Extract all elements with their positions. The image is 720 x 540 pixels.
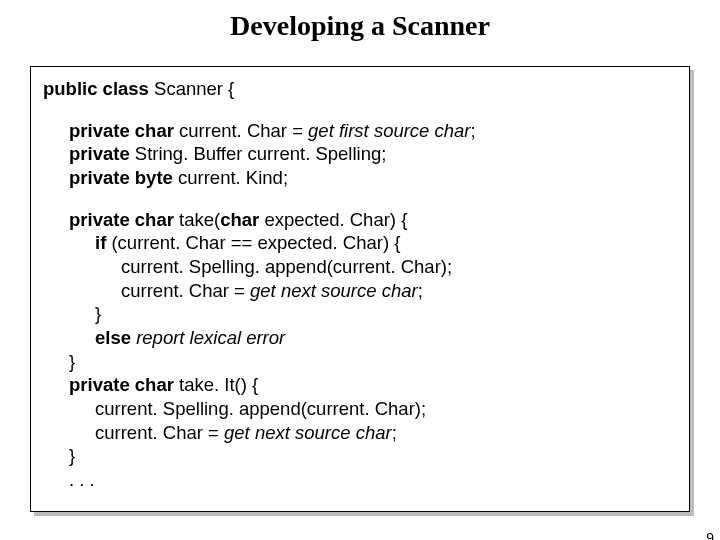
code-text: String. Buffer current. Spelling; (130, 143, 387, 164)
italic-text: get next source char (250, 280, 418, 301)
code-line-14: current. Char = get next source char; (43, 421, 677, 445)
code-text: take. It() { (174, 374, 258, 395)
keyword: else (95, 327, 131, 348)
italic-text: get next source char (224, 422, 392, 443)
code-line-13: current. Spelling. append(current. Char)… (43, 397, 677, 421)
keyword: if (95, 232, 106, 253)
code-text: (current. Char == expected. Char) { (106, 232, 400, 253)
code-line-4: private byte current. Kind; (43, 166, 677, 190)
keyword: private (69, 143, 130, 164)
code-line-10: else report lexical error (43, 326, 677, 350)
code-line-2: private char current. Char = get first s… (43, 119, 677, 143)
code-text: Scanner { (149, 78, 234, 99)
code-text: current. Char = (121, 280, 250, 301)
code-text: ; (471, 120, 476, 141)
code-text: ; (418, 280, 423, 301)
code-text: current. Kind; (173, 167, 288, 188)
code-text: take( (174, 209, 220, 230)
code-text: expected. Char) { (259, 209, 407, 230)
slide: Developing a Scanner public class Scanne… (0, 10, 720, 540)
blank-line (43, 190, 677, 208)
keyword: private char (69, 120, 174, 141)
code-line-7: current. Spelling. append(current. Char)… (43, 255, 677, 279)
keyword: private byte (69, 167, 173, 188)
code-line-15: } (43, 444, 677, 468)
code-text: current. Char = (174, 120, 308, 141)
keyword: private char (69, 209, 174, 230)
code-line-16: . . . (43, 468, 677, 492)
keyword: public class (43, 78, 149, 99)
code-text: current. Char = (95, 422, 224, 443)
code-line-9: } (43, 302, 677, 326)
keyword: char (220, 209, 259, 230)
code-line-3: private String. Buffer current. Spelling… (43, 142, 677, 166)
code-line-12: private char take. It() { (43, 373, 677, 397)
blank-line (43, 101, 677, 119)
code-box: public class Scanner { private char curr… (30, 66, 690, 512)
code-text: ; (392, 422, 397, 443)
keyword: private char (69, 374, 174, 395)
italic-text: get first source char (308, 120, 470, 141)
code-line-11: } (43, 350, 677, 374)
code-line-5: private char take(char expected. Char) { (43, 208, 677, 232)
code-line-8: current. Char = get next source char; (43, 279, 677, 303)
italic-text: report lexical error (136, 327, 285, 348)
code-line-6: if (current. Char == expected. Char) { (43, 231, 677, 255)
code-line-1: public class Scanner { (43, 77, 677, 101)
slide-title: Developing a Scanner (0, 10, 720, 42)
page-number: 9 (706, 530, 714, 540)
